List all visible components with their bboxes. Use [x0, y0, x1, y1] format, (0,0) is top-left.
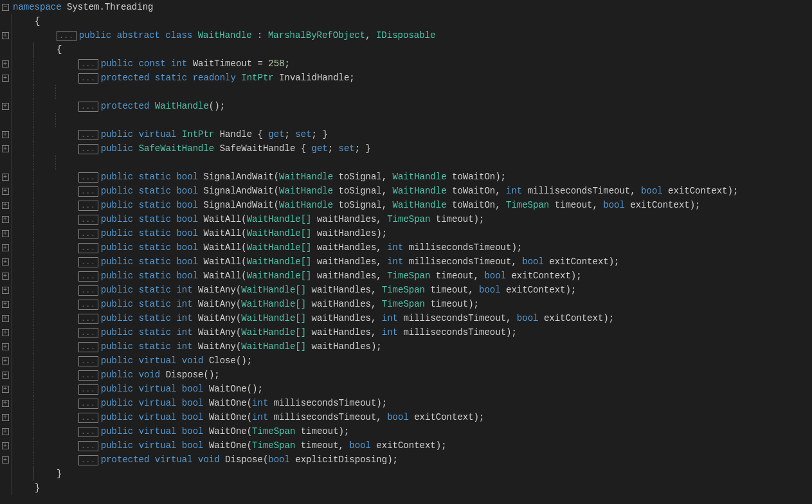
- code-text[interactable]: ...public const int WaitTimeout = 258;: [77, 57, 290, 71]
- fold-gutter[interactable]: +: [0, 357, 12, 364]
- fold-gutter[interactable]: +: [0, 174, 12, 181]
- collapsed-region-icon[interactable]: ...: [57, 31, 77, 41]
- code-text[interactable]: ...public static bool WaitAll(WaitHandle…: [77, 212, 484, 226]
- code-line[interactable]: +...public abstract class WaitHandle : M…: [0, 28, 812, 42]
- expand-icon[interactable]: +: [2, 258, 9, 266]
- collapsed-region-icon[interactable]: ...: [78, 73, 98, 84]
- collapsed-region-icon[interactable]: ...: [78, 172, 98, 183]
- fold-gutter[interactable]: +: [0, 400, 12, 407]
- code-text[interactable]: }: [33, 481, 40, 495]
- code-text[interactable]: ...public static bool SignalAndWait(Wait…: [77, 184, 738, 198]
- code-text[interactable]: ...public static int WaitAny(WaitHandle[…: [77, 325, 517, 339]
- expand-icon[interactable]: +: [2, 244, 9, 251]
- collapsed-region-icon[interactable]: ...: [78, 427, 98, 437]
- fold-gutter[interactable]: +: [0, 372, 12, 379]
- code-text[interactable]: ...public static bool SignalAndWait(Wait…: [77, 198, 701, 212]
- code-text[interactable]: ...public virtual IntPtr Handle { get; s…: [77, 127, 328, 141]
- code-line[interactable]: +...public const int WaitTimeout = 258;: [0, 57, 812, 71]
- expand-icon[interactable]: +: [2, 414, 9, 421]
- expand-icon[interactable]: +: [2, 202, 9, 209]
- code-line[interactable]: +...public static bool WaitAll(WaitHandl…: [0, 255, 812, 269]
- fold-gutter[interactable]: +: [0, 103, 12, 110]
- code-text[interactable]: ...public SafeWaitHandle SafeWaitHandle …: [77, 141, 371, 156]
- code-line[interactable]: [0, 85, 812, 99]
- fold-gutter[interactable]: +: [0, 287, 12, 294]
- fold-gutter[interactable]: +: [0, 301, 12, 308]
- collapsed-region-icon[interactable]: ...: [78, 201, 98, 211]
- collapsed-region-icon[interactable]: ...: [78, 257, 98, 267]
- code-line[interactable]: +...public static bool WaitAll(WaitHandl…: [0, 269, 812, 283]
- code-line[interactable]: +...public static bool WaitAll(WaitHandl…: [0, 212, 812, 226]
- code-line[interactable]: +...public virtual bool WaitOne();: [0, 382, 812, 396]
- code-text[interactable]: ...public virtual bool WaitOne(int milli…: [77, 396, 387, 410]
- code-text[interactable]: ...public abstract class WaitHandle : Ma…: [55, 28, 435, 42]
- expand-icon[interactable]: +: [2, 329, 9, 336]
- code-text[interactable]: ...public static bool WaitAll(WaitHandle…: [77, 240, 522, 255]
- code-editor[interactable]: −namespace System.Threading{+...public a…: [0, 0, 812, 495]
- code-line[interactable]: +...public static bool SignalAndWait(Wai…: [0, 184, 812, 198]
- code-line[interactable]: [0, 113, 812, 127]
- collapsed-region-icon[interactable]: ...: [78, 441, 98, 451]
- fold-gutter[interactable]: −: [0, 4, 12, 11]
- collapsed-region-icon[interactable]: ...: [78, 271, 98, 282]
- collapsed-region-icon[interactable]: ...: [78, 356, 98, 366]
- code-text[interactable]: namespace System.Threading: [12, 0, 153, 14]
- code-line[interactable]: +...public static bool WaitAll(WaitHandl…: [0, 226, 812, 240]
- code-line[interactable]: [0, 156, 812, 170]
- code-line[interactable]: −namespace System.Threading: [0, 0, 812, 14]
- code-text[interactable]: ...public static bool WaitAll(WaitHandle…: [77, 269, 582, 283]
- fold-gutter[interactable]: +: [0, 329, 12, 336]
- code-line[interactable]: +...public static int WaitAny(WaitHandle…: [0, 311, 812, 325]
- fold-gutter[interactable]: +: [0, 386, 12, 393]
- collapsed-region-icon[interactable]: ...: [78, 328, 98, 338]
- code-line[interactable]: +...protected virtual void Dispose(bool …: [0, 453, 812, 467]
- fold-gutter[interactable]: +: [0, 315, 12, 322]
- expand-icon[interactable]: +: [2, 315, 9, 322]
- collapsed-region-icon[interactable]: ...: [78, 342, 98, 352]
- fold-gutter[interactable]: +: [0, 230, 12, 237]
- code-text[interactable]: ...public virtual void Close();: [77, 354, 252, 368]
- code-text[interactable]: ...public static int WaitAny(WaitHandle[…: [77, 297, 479, 311]
- expand-icon[interactable]: +: [2, 103, 9, 110]
- expand-icon[interactable]: +: [2, 273, 9, 280]
- expand-icon[interactable]: +: [2, 60, 9, 68]
- code-line[interactable]: +...public static int WaitAny(WaitHandle…: [0, 325, 812, 339]
- code-text[interactable]: ...protected WaitHandle();: [77, 99, 225, 113]
- code-text[interactable]: ...public static int WaitAny(WaitHandle[…: [77, 311, 614, 325]
- code-line[interactable]: {: [0, 14, 812, 28]
- fold-gutter[interactable]: +: [0, 244, 12, 251]
- fold-gutter[interactable]: +: [0, 343, 12, 350]
- code-text[interactable]: {: [55, 42, 62, 57]
- collapsed-region-icon[interactable]: ...: [78, 59, 98, 69]
- fold-gutter[interactable]: +: [0, 75, 12, 82]
- code-text[interactable]: ...public virtual bool WaitOne(TimeSpan …: [77, 438, 447, 453]
- fold-gutter[interactable]: +: [0, 442, 12, 449]
- fold-gutter[interactable]: +: [0, 216, 12, 223]
- collapsed-region-icon[interactable]: ...: [78, 370, 98, 381]
- expand-icon[interactable]: +: [2, 442, 9, 449]
- collapsed-region-icon[interactable]: ...: [78, 399, 98, 409]
- expand-icon[interactable]: +: [2, 216, 9, 223]
- expand-icon[interactable]: +: [2, 386, 9, 393]
- code-line[interactable]: +...public virtual IntPtr Handle { get; …: [0, 127, 812, 141]
- expand-icon[interactable]: +: [2, 372, 9, 379]
- fold-gutter[interactable]: +: [0, 188, 12, 195]
- expand-icon[interactable]: +: [2, 456, 9, 464]
- fold-gutter[interactable]: +: [0, 202, 12, 209]
- fold-gutter[interactable]: +: [0, 273, 12, 280]
- code-line[interactable]: +...public static int WaitAny(WaitHandle…: [0, 283, 812, 297]
- code-text[interactable]: ...public virtual bool WaitOne();: [77, 382, 263, 396]
- code-text[interactable]: ...protected static readonly IntPtr Inva…: [77, 71, 355, 85]
- collapsed-region-icon[interactable]: ...: [78, 144, 98, 154]
- collapsed-region-icon[interactable]: ...: [78, 384, 98, 395]
- code-text[interactable]: ...protected virtual void Dispose(bool e…: [77, 453, 398, 467]
- collapsed-region-icon[interactable]: ...: [78, 215, 98, 225]
- code-text[interactable]: {: [33, 14, 40, 28]
- collapsed-region-icon[interactable]: ...: [78, 300, 98, 310]
- expand-icon[interactable]: +: [2, 75, 9, 82]
- code-text[interactable]: ...public static int WaitAny(WaitHandle[…: [77, 283, 576, 297]
- collapsed-region-icon[interactable]: ...: [78, 314, 98, 324]
- code-line[interactable]: +...public void Dispose();: [0, 368, 812, 382]
- expand-icon[interactable]: +: [2, 230, 9, 237]
- code-text[interactable]: ...public virtual bool WaitOne(TimeSpan …: [77, 424, 349, 438]
